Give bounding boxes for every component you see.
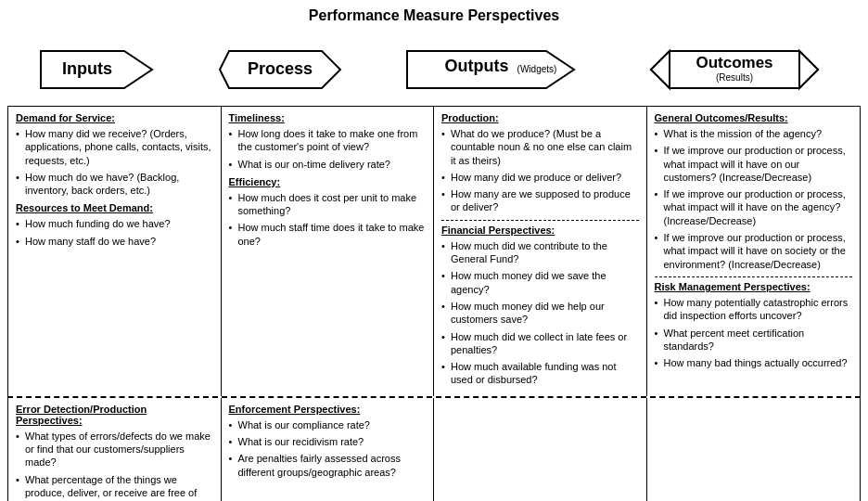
lower-grid: Error Detection/Production Perspectives:… bbox=[7, 396, 861, 501]
demand-list: How many did we receive? (Orders, applic… bbox=[16, 127, 213, 197]
financial-item-1: How much did we contribute to the Genera… bbox=[441, 239, 639, 266]
efficiency-title: Efficiency: bbox=[229, 176, 427, 187]
risk-title: Risk Management Perspectives: bbox=[655, 281, 853, 292]
outcomes-arrow: Outcomes (Results) bbox=[646, 37, 832, 102]
inputs-arrow-svg: Inputs bbox=[36, 42, 157, 97]
error-detection-list: What types of errors/defects do we make … bbox=[16, 430, 213, 501]
error-item-1: What types of errors/defects do we make … bbox=[16, 430, 213, 469]
page-title: Performance Measure Perspectives bbox=[7, 7, 861, 24]
efficiency-item-2: How much staff time does it take to make… bbox=[229, 221, 427, 248]
timeliness-title: Timeliness: bbox=[229, 112, 427, 123]
general-outcomes-item-3: If we improve our production or process,… bbox=[655, 187, 853, 227]
error-detection-col: Error Detection/Production Perspectives:… bbox=[8, 398, 222, 501]
general-outcomes-item-4: If we improve our production or process,… bbox=[655, 231, 853, 271]
resources-item-1: How much funding do we have? bbox=[16, 217, 213, 230]
financial-item-5: How much available funding was not used … bbox=[441, 360, 639, 387]
general-outcomes-title: General Outcomes/Results: bbox=[655, 112, 853, 123]
production-item-2: How many did we produce or deliver? bbox=[441, 171, 639, 184]
outcomes-sub: (Results) bbox=[716, 72, 753, 83]
outputs-label: Outputs bbox=[445, 57, 509, 75]
error-item-2: What percentage of the things we produce… bbox=[16, 473, 213, 501]
financial-item-2: How much money did we save the agency? bbox=[441, 269, 639, 296]
demand-item-1: How many did we receive? (Orders, applic… bbox=[16, 127, 213, 167]
process-arrow-svg: Process bbox=[215, 42, 345, 97]
production-item-1: What do we produce? (Must be a countable… bbox=[441, 127, 639, 167]
resources-title: Resources to Meet Demand: bbox=[16, 202, 213, 213]
outputs-sub: (Widgets) bbox=[517, 64, 557, 74]
enforcement-item-2: What is our recidivism rate? bbox=[229, 435, 427, 448]
efficiency-list: How much does it cost per unit to make s… bbox=[229, 191, 427, 248]
process-col: Timeliness: How long does it take to mak… bbox=[222, 107, 435, 396]
financial-list: How much did we contribute to the Genera… bbox=[441, 239, 639, 387]
timeliness-list: How long does it take to make one from t… bbox=[229, 127, 427, 171]
production-list: What do we produce? (Must be a countable… bbox=[441, 127, 639, 214]
lower-col4 bbox=[647, 398, 861, 501]
enforcement-item-1: What is our compliance rate? bbox=[229, 418, 427, 431]
outcomes-col: General Outcomes/Results: What is the mi… bbox=[647, 107, 861, 396]
inputs-col: Demand for Service: How many did we rece… bbox=[8, 107, 222, 396]
timeliness-item-2: What is our on-time delivery rate? bbox=[229, 158, 427, 171]
outputs-col: Production: What do we produce? (Must be… bbox=[434, 107, 647, 396]
resources-item-2: How many staff do we have? bbox=[16, 235, 213, 248]
inputs-arrow: Inputs bbox=[36, 42, 157, 97]
demand-title: Demand for Service: bbox=[16, 112, 213, 123]
process-label: Process bbox=[248, 59, 313, 78]
general-outcomes-item-1: What is the mission of the agency? bbox=[655, 127, 853, 140]
outputs-arrow-svg: Outputs (Widgets) bbox=[402, 42, 588, 97]
inputs-label: Inputs bbox=[62, 59, 112, 78]
outcomes-label: Outcomes bbox=[696, 54, 772, 71]
outputs-arrow: Outputs (Widgets) bbox=[402, 42, 588, 97]
enforcement-title: Enforcement Perspectives: bbox=[229, 404, 427, 415]
general-outcomes-item-2: If we improve our production or process,… bbox=[655, 144, 853, 184]
resources-list: How much funding do we have? How many st… bbox=[16, 217, 213, 248]
arrows-row: Inputs Process Outputs (Widgets) Outcome… bbox=[7, 32, 861, 106]
svg-marker-5 bbox=[799, 51, 818, 88]
upper-grid: Demand for Service: How many did we rece… bbox=[7, 106, 861, 396]
lower-col3 bbox=[434, 398, 647, 501]
timeliness-item-1: How long does it take to make one from t… bbox=[229, 127, 427, 154]
enforcement-list: What is our compliance rate? What is our… bbox=[229, 418, 427, 479]
risk-item-3: How many bad things actually occurred? bbox=[655, 356, 853, 369]
general-outcomes-list: What is the mission of the agency? If we… bbox=[655, 127, 853, 271]
risk-item-2: What percent meet certification standard… bbox=[655, 327, 853, 353]
financial-title: Financial Perspectives: bbox=[441, 225, 639, 236]
svg-marker-4 bbox=[651, 51, 670, 88]
process-arrow: Process bbox=[215, 42, 345, 97]
error-detection-title: Error Detection/Production Perspectives: bbox=[16, 404, 213, 426]
risk-section: Risk Management Perspectives: How many p… bbox=[655, 276, 853, 369]
risk-item-1: How many potentially catastrophic errors… bbox=[655, 296, 853, 323]
risk-list: How many potentially catastrophic errors… bbox=[655, 296, 853, 369]
production-item-3: How many are we supposed to produce or d… bbox=[441, 187, 639, 214]
financial-item-4: How much did we collect in late fees or … bbox=[441, 330, 639, 357]
outcomes-arrow-svg: Outcomes (Results) bbox=[646, 37, 832, 102]
efficiency-item-1: How much does it cost per unit to make s… bbox=[229, 191, 427, 218]
financial-section: Financial Perspectives: How much did we … bbox=[441, 220, 639, 387]
enforcement-col: Enforcement Perspectives: What is our co… bbox=[222, 398, 435, 501]
enforcement-item-3: Are penalties fairly assessed across dif… bbox=[229, 452, 427, 479]
financial-item-3: How much money did we help our customers… bbox=[441, 300, 639, 327]
production-title: Production: bbox=[441, 112, 639, 123]
demand-item-2: How much do we have? (Backlog, inventory… bbox=[16, 171, 213, 198]
